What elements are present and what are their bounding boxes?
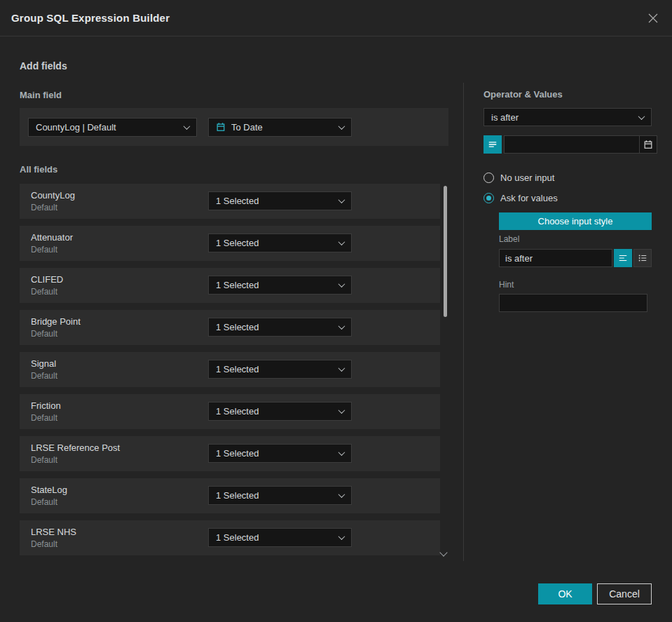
dropdown-value: 1 Selected (216, 406, 334, 417)
scrollbar-thumb[interactable] (444, 186, 447, 317)
single-line-style-button[interactable] (614, 249, 632, 267)
dropdown-value: 1 Selected (216, 532, 334, 543)
chevron-down-icon (338, 407, 345, 414)
main-field-panel: CountyLog | Default To Date (20, 108, 448, 146)
label-caption: Label (499, 234, 519, 244)
field-row: Friction Default 1 Selected (20, 394, 440, 429)
no-user-input-option[interactable]: No user input (484, 173, 554, 183)
operator-select-value: is after (491, 112, 633, 123)
field-selection-dropdown[interactable]: 1 Selected (208, 318, 352, 337)
field-selection-dropdown[interactable]: 1 Selected (208, 360, 352, 379)
date-value-wrap (504, 135, 657, 154)
dropdown-value: 1 Selected (216, 490, 334, 501)
field-row: CLIFED Default 1 Selected (20, 268, 440, 303)
chevron-down-icon (338, 323, 345, 330)
label-input-row (499, 249, 652, 267)
field-selection-dropdown[interactable]: 1 Selected (208, 234, 352, 252)
label-input[interactable] (499, 249, 612, 267)
field-row: StateLog Default 1 Selected (20, 478, 440, 513)
chevron-down-icon (338, 280, 345, 288)
field-selection-dropdown[interactable]: 1 Selected (208, 486, 352, 505)
hint-caption: Hint (499, 280, 514, 290)
date-value-input[interactable] (504, 135, 639, 154)
list-style-button[interactable] (633, 249, 652, 267)
chevron-down-icon (338, 196, 345, 203)
field-selection-dropdown[interactable]: 1 Selected (208, 276, 352, 295)
align-left-icon (618, 253, 628, 263)
chevron-down-icon (338, 491, 345, 498)
hint-input[interactable] (499, 294, 647, 312)
chevron-down-icon (338, 123, 345, 130)
value-input-row (484, 135, 652, 154)
close-icon (647, 13, 659, 24)
field-selection-dropdown[interactable]: 1 Selected (208, 402, 352, 421)
date-field-select-value: To Date (231, 122, 334, 133)
list-icon (638, 253, 647, 263)
date-picker-button[interactable] (639, 135, 657, 154)
input-type-icon (488, 140, 498, 149)
input-type-button[interactable] (484, 135, 502, 154)
operator-values-heading: Operator & Values (484, 89, 563, 100)
field-row: CountyLog Default 1 Selected (20, 184, 440, 219)
main-field-select[interactable]: CountyLog | Default (28, 118, 197, 137)
operator-select[interactable]: is after (484, 108, 652, 126)
chevron-down-icon (338, 365, 345, 372)
ok-button[interactable]: OK (538, 583, 592, 604)
all-fields-list: CountyLog Default 1 Selected Attenuator … (20, 184, 448, 562)
cancel-button[interactable]: Cancel (597, 583, 652, 604)
dialog-header: Group SQL Expression Builder (0, 0, 672, 36)
date-field-select[interactable]: To Date (208, 118, 352, 137)
all-fields-label: All fields (20, 164, 57, 175)
chevron-down-icon (338, 238, 345, 245)
radio-selected-icon (484, 193, 494, 203)
no-user-input-label: No user input (500, 173, 554, 183)
dropdown-value: 1 Selected (216, 196, 334, 206)
dropdown-value: 1 Selected (216, 238, 334, 248)
add-fields-heading: Add fields (20, 60, 67, 72)
dropdown-value: 1 Selected (216, 448, 334, 459)
chevron-down-icon (638, 113, 645, 120)
dropdown-value: 1 Selected (216, 322, 334, 332)
dropdown-value: 1 Selected (216, 280, 334, 290)
field-row: Attenuator Default 1 Selected (20, 226, 440, 261)
chevron-down-icon (184, 123, 191, 130)
radio-unselected-icon (484, 173, 494, 183)
chevron-down-icon (338, 449, 345, 456)
calendar-icon (216, 122, 226, 132)
chevron-down-icon (338, 533, 345, 540)
ask-for-values-option[interactable]: Ask for values (484, 193, 558, 203)
dialog-title: Group SQL Expression Builder (11, 12, 170, 24)
field-selection-dropdown[interactable]: 1 Selected (208, 528, 352, 547)
close-button[interactable] (645, 11, 661, 26)
field-row: Signal Default 1 Selected (20, 352, 440, 387)
vertical-divider (463, 83, 464, 561)
calendar-icon (643, 140, 653, 149)
main-field-select-value: CountyLog | Default (36, 122, 179, 133)
field-selection-dropdown[interactable]: 1 Selected (208, 191, 352, 210)
field-selection-dropdown[interactable]: 1 Selected (208, 444, 352, 463)
field-row: Bridge Point Default 1 Selected (20, 310, 440, 345)
field-row: LRSE NHS Default 1 Selected (20, 520, 440, 555)
choose-input-style-button[interactable]: Choose input style (499, 212, 652, 230)
ask-for-values-label: Ask for values (500, 193, 558, 203)
field-row: LRSE Reference Post Default 1 Selected (20, 436, 440, 471)
dropdown-value: 1 Selected (216, 364, 334, 374)
main-field-label: Main field (20, 90, 62, 100)
